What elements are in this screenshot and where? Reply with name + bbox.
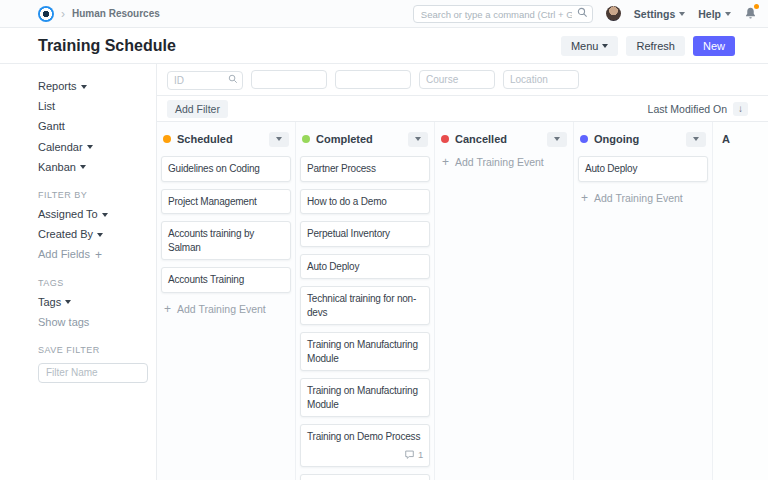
search-icon bbox=[577, 7, 588, 18]
sidebar-item-calendar[interactable]: Calendar bbox=[38, 141, 148, 154]
sidebar-item-list[interactable]: List bbox=[38, 100, 148, 113]
column-menu-button[interactable] bbox=[547, 132, 567, 147]
kanban-card[interactable]: Guidelines on Coding bbox=[161, 156, 291, 182]
filter-sort-row: Add Filter Last Modified On ↓ bbox=[157, 96, 768, 122]
add-event-label: Add Training Event bbox=[594, 192, 683, 204]
notification-dot bbox=[754, 4, 759, 9]
menu-button[interactable]: Menu bbox=[561, 36, 619, 56]
chevron-down-icon bbox=[276, 137, 282, 141]
sort-by-label[interactable]: Last Modified On bbox=[648, 103, 727, 115]
plus-icon: + bbox=[442, 156, 449, 168]
page-title: Training Schedule bbox=[38, 37, 176, 55]
kanban-column-partial: A bbox=[713, 122, 768, 480]
kanban-card[interactable]: Auto Deploy bbox=[578, 156, 708, 182]
page-head: Training Schedule Menu Refresh New bbox=[0, 28, 768, 64]
top-navbar: › Human Resources Settings Help bbox=[0, 0, 768, 28]
help-label: Help bbox=[698, 8, 721, 20]
erpnext-logo-icon[interactable] bbox=[38, 6, 54, 22]
kanban-label: Kanban bbox=[38, 161, 76, 174]
kanban-card[interactable]: Training on Manufacturing Module bbox=[300, 332, 430, 371]
card-title: Training on Demo Process bbox=[307, 430, 423, 444]
indicator-dot-orange bbox=[163, 135, 171, 143]
standard-filter-row bbox=[157, 64, 768, 96]
kanban-card[interactable]: Training on Demo Process 1 bbox=[300, 424, 430, 467]
add-training-event-link[interactable]: + Add Training Event bbox=[164, 303, 288, 315]
course-filter-input[interactable] bbox=[419, 70, 495, 89]
add-fields-link[interactable]: Add Fields + bbox=[38, 248, 148, 261]
chevron-down-icon bbox=[97, 233, 103, 237]
kanban-card[interactable]: Partner Process bbox=[300, 156, 430, 182]
kanban-card[interactable]: Perpetual Inventory bbox=[300, 221, 430, 247]
indicator-dot-red bbox=[441, 135, 449, 143]
settings-label: Settings bbox=[634, 8, 675, 20]
add-training-event-link[interactable]: + Add Training Event bbox=[442, 156, 566, 168]
add-event-label: Add Training Event bbox=[177, 303, 266, 315]
column-menu-button[interactable] bbox=[269, 132, 289, 147]
kanban-column-completed: Completed Partner Process How to do a De… bbox=[296, 122, 435, 480]
kanban-card[interactable]: Accounts Training bbox=[161, 267, 291, 293]
menu-button-label: Menu bbox=[571, 40, 599, 52]
main-content: Add Filter Last Modified On ↓ Scheduled bbox=[157, 64, 768, 480]
comment-count: 1 bbox=[418, 449, 423, 462]
chevron-down-icon bbox=[679, 12, 685, 16]
kanban-card[interactable]: How to do a Demo bbox=[300, 189, 430, 215]
refresh-button[interactable]: Refresh bbox=[626, 36, 685, 56]
add-training-event-link[interactable]: + Add Training Event bbox=[581, 192, 705, 204]
chevron-down-icon bbox=[693, 137, 699, 141]
chevron-down-icon bbox=[65, 300, 71, 304]
assigned-to-filter[interactable]: Assigned To bbox=[38, 208, 148, 221]
kanban-card[interactable]: Project Management bbox=[161, 189, 291, 215]
kanban-board: Scheduled Guidelines on Coding Project M… bbox=[157, 122, 768, 480]
reports-label: Reports bbox=[38, 80, 77, 93]
kanban-card[interactable]: Auto Deploy bbox=[300, 254, 430, 280]
list-sidebar: Reports List Gantt Calendar Kanban FILTE… bbox=[0, 64, 157, 480]
kanban-card[interactable]: Training on Manufacturing Module bbox=[300, 378, 430, 417]
filter-input-2[interactable] bbox=[251, 70, 327, 89]
sidebar-item-kanban[interactable]: Kanban bbox=[38, 161, 148, 174]
column-title: Ongoing bbox=[594, 133, 686, 145]
column-title: Cancelled bbox=[455, 133, 547, 145]
filter-name-input[interactable] bbox=[38, 363, 148, 383]
sidebar-item-gantt[interactable]: Gantt bbox=[38, 120, 148, 133]
show-tags-toggle[interactable]: Show tags bbox=[38, 316, 148, 329]
column-title: A bbox=[722, 133, 768, 145]
settings-menu[interactable]: Settings bbox=[634, 8, 685, 20]
column-menu-button[interactable] bbox=[408, 132, 428, 147]
chevron-down-icon bbox=[87, 145, 93, 149]
help-menu[interactable]: Help bbox=[698, 8, 731, 20]
chevron-down-icon bbox=[80, 165, 86, 169]
kanban-column-ongoing: Ongoing Auto Deploy + Add Training Event bbox=[574, 122, 713, 480]
global-search-input[interactable] bbox=[413, 5, 593, 23]
comment-icon bbox=[404, 449, 415, 460]
chevron-down-icon bbox=[415, 137, 421, 141]
notifications-bell-icon[interactable] bbox=[744, 6, 758, 21]
tags-filter[interactable]: Tags bbox=[38, 296, 148, 309]
column-menu-button[interactable] bbox=[686, 132, 706, 147]
sort-direction-button[interactable]: ↓ bbox=[733, 102, 748, 116]
chevron-down-icon bbox=[554, 137, 560, 141]
column-title: Scheduled bbox=[177, 133, 269, 145]
plus-icon: + bbox=[95, 249, 102, 261]
kanban-card[interactable]: Technical training for non-devs bbox=[300, 286, 430, 325]
kanban-column-cancelled: Cancelled + Add Training Event bbox=[435, 122, 574, 480]
user-avatar[interactable] bbox=[606, 6, 621, 21]
kanban-card[interactable]: Accounts training by Salman bbox=[161, 221, 291, 260]
chevron-down-icon bbox=[102, 213, 108, 217]
sidebar-item-reports[interactable]: Reports bbox=[38, 80, 148, 93]
chevron-down-icon bbox=[725, 12, 731, 16]
indicator-dot-indigo bbox=[580, 135, 588, 143]
add-filter-button[interactable]: Add Filter bbox=[167, 100, 228, 118]
new-button[interactable]: New bbox=[693, 36, 735, 56]
breadcrumb[interactable]: Human Resources bbox=[72, 8, 160, 19]
filter-input-3[interactable] bbox=[335, 70, 411, 89]
location-filter-input[interactable] bbox=[503, 70, 579, 89]
breadcrumb-chevron-icon: › bbox=[61, 8, 65, 20]
app-window: › Human Resources Settings Help bbox=[0, 0, 768, 480]
created-by-filter[interactable]: Created By bbox=[38, 228, 148, 241]
calendar-label: Calendar bbox=[38, 141, 83, 154]
kanban-column-scheduled: Scheduled Guidelines on Coding Project M… bbox=[157, 122, 296, 480]
column-title: Completed bbox=[316, 133, 408, 145]
kanban-card[interactable]: Bench training bbox=[300, 474, 430, 480]
add-fields-label: Add Fields bbox=[38, 248, 90, 261]
search-icon bbox=[228, 74, 238, 84]
